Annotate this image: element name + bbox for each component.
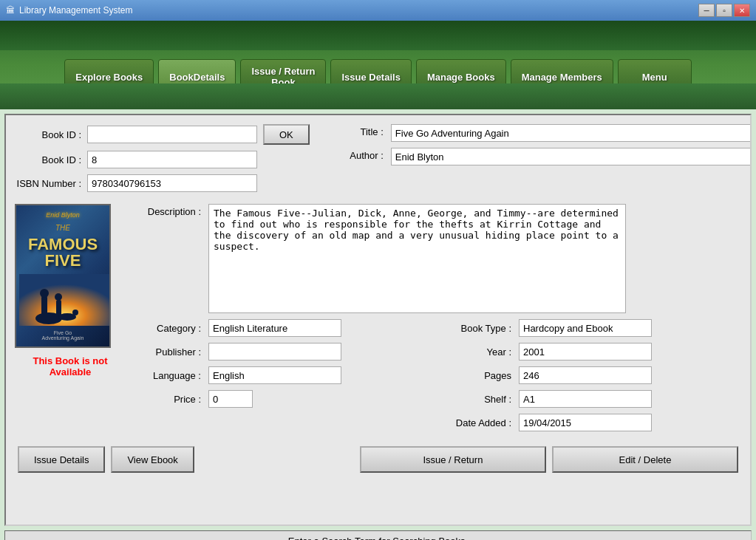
pages-input[interactable]	[519, 366, 652, 384]
view-ebook-button[interactable]: View Ebook	[111, 446, 194, 473]
language-row: Language :	[134, 366, 445, 384]
date-added-row: Date Added :	[445, 414, 741, 431]
two-col-details: Category : Publisher : Language : Price …	[134, 319, 741, 437]
price-label: Price :	[134, 394, 201, 405]
publisher-row: Publisher :	[134, 343, 445, 360]
book-id-row2: Book ID :	[15, 151, 310, 168]
title-label: Title :	[317, 124, 384, 137]
description-row: Description : The Famous Five--Julian, D…	[134, 204, 741, 313]
pages-label: Pages	[445, 370, 511, 381]
cover-author: Enid Blyton	[46, 211, 80, 219]
maximize-button[interactable]: ▫	[716, 4, 732, 17]
book-cover-area: Enid Blyton THE FAMOUSFIVE	[15, 204, 126, 437]
book-type-row: Book Type :	[445, 319, 741, 337]
svg-point-7	[72, 310, 78, 315]
title-input[interactable]	[391, 124, 752, 142]
author-input[interactable]	[391, 148, 752, 165]
issue-return-button[interactable]: Issue / Return	[360, 446, 546, 473]
cover-subtitle: Five GoAdventuring Again	[42, 330, 84, 341]
form-left: Book ID : OK Book ID : ISBN Number :	[15, 124, 310, 198]
cover-title: FAMOUSFIVE	[28, 236, 98, 269]
pages-row: Pages	[445, 366, 741, 384]
svg-point-3	[40, 289, 49, 298]
description-label: Description :	[134, 204, 201, 217]
shelf-input[interactable]	[519, 390, 652, 408]
book-cover: Enid Blyton THE FAMOUSFIVE	[15, 204, 111, 348]
bottom-buttons: Issue Details View Ebook Issue / Return …	[15, 446, 741, 473]
isbn-label: ISBN Number :	[15, 178, 81, 189]
shelf-row: Shelf :	[445, 390, 741, 408]
publisher-input[interactable]	[208, 343, 341, 360]
isbn-row: ISBN Number :	[15, 174, 310, 192]
status-bar: Enter a Search Term for Searching Books.	[4, 530, 752, 540]
form-right: Title : Author :	[317, 124, 752, 198]
grass-top	[0, 21, 756, 50]
app-title: Library Management System	[19, 5, 132, 16]
title-bar: 🏛 Library Management System ─ ▫ ✕	[0, 0, 756, 21]
status-text: Enter a Search Term for Searching Books.	[288, 536, 468, 540]
category-input[interactable]	[208, 319, 341, 337]
svg-rect-2	[41, 296, 47, 318]
title-row: Title :	[317, 124, 752, 142]
issue-details-button[interactable]: Issue Details	[18, 446, 105, 473]
date-added-input[interactable]	[519, 414, 652, 431]
year-input[interactable]	[519, 343, 652, 360]
description-textarea[interactable]: The Famous Five--Julian, Dick, Anne, Geo…	[208, 204, 626, 313]
not-available-text: This Book is not Available	[15, 355, 126, 377]
language-input[interactable]	[208, 366, 341, 384]
grass-bottom	[0, 83, 756, 109]
col-left-details: Category : Publisher : Language : Price …	[134, 319, 445, 437]
price-input[interactable]	[208, 390, 253, 408]
category-row: Category :	[134, 319, 445, 337]
col-right-details: Book Type : Year : Pages Shelf :	[445, 319, 741, 437]
cover-brand: THE	[55, 224, 70, 232]
book-id-label2: Book ID :	[15, 154, 81, 165]
category-label: Category :	[134, 323, 201, 334]
book-id-input2[interactable]	[87, 151, 257, 168]
ok-button[interactable]: OK	[263, 124, 310, 145]
isbn-input[interactable]	[87, 174, 257, 192]
detail-form: Description : The Famous Five--Julian, D…	[134, 204, 741, 437]
date-added-label: Date Added :	[445, 417, 511, 428]
edit-delete-button[interactable]: Edit / Delete	[552, 446, 738, 473]
language-label: Language :	[134, 370, 201, 381]
publisher-label: Publisher :	[134, 346, 201, 358]
book-id-label1: Book ID :	[15, 129, 81, 140]
cover-scene	[19, 274, 106, 326]
minimize-button[interactable]: ─	[698, 4, 715, 17]
close-button[interactable]: ✕	[734, 4, 750, 17]
year-label: Year :	[445, 346, 511, 358]
author-label: Author :	[317, 148, 384, 161]
book-type-input[interactable]	[519, 319, 652, 337]
shelf-label: Shelf :	[445, 394, 511, 405]
details-section: Enid Blyton THE FAMOUSFIVE	[15, 204, 741, 437]
price-row: Price :	[134, 390, 445, 408]
nav-area: Explore Books BookDetails Issue / Return…	[0, 21, 756, 109]
year-row: Year :	[445, 343, 741, 360]
svg-point-5	[55, 293, 62, 301]
main-content: Book ID : OK Book ID : ISBN Number : Tit…	[4, 114, 752, 526]
author-row: Author :	[317, 148, 752, 165]
app-icon: 🏛	[6, 5, 15, 16]
book-id-row1: Book ID : OK	[15, 124, 310, 145]
book-id-input1[interactable]	[87, 126, 257, 143]
book-type-label: Book Type :	[445, 323, 511, 334]
form-top: Book ID : OK Book ID : ISBN Number : Tit…	[15, 124, 741, 198]
